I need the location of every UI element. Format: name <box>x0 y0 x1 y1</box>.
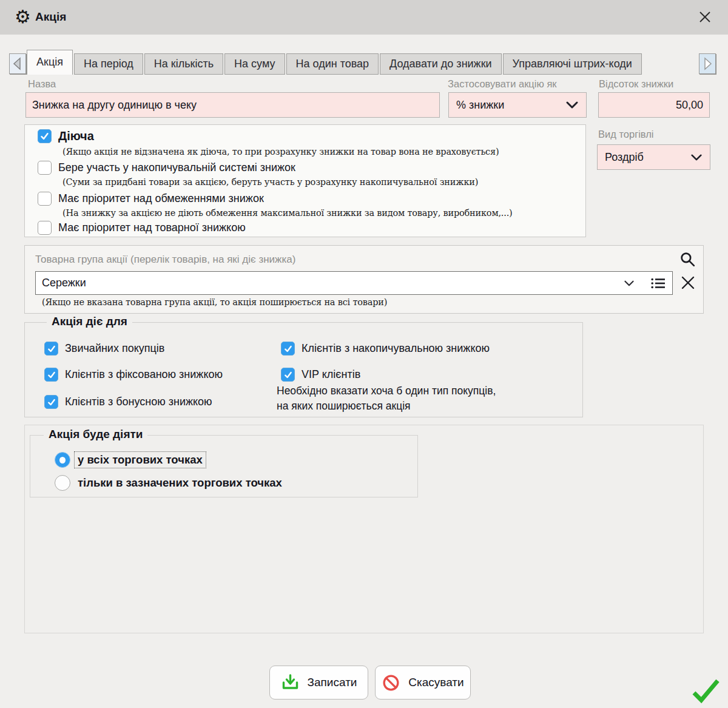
checkbox-priority-over-product-discount-label: Має пріоритет над товарної знижкою <box>58 221 246 234</box>
radio-all-outlets-label: у всіх торгових точках <box>75 452 206 468</box>
checkbox-vip-clients-label: VIP клієнтів <box>302 368 360 381</box>
checkbox-cumulative-system-note: (Суми за придбані товари за акцією, беру… <box>62 177 478 187</box>
percent-label: Відсоток знижки <box>599 78 673 90</box>
checkbox-cumulative-discount-clients-label: Клієнтів з накопичувальною знижкою <box>302 342 490 355</box>
checkbox-priority-over-product-discount-box <box>38 221 52 235</box>
save-button[interactable]: Записати <box>269 666 368 700</box>
tab-dodavaty-do-znyzhky[interactable]: Додавати до знижки <box>380 53 502 75</box>
checkbox-active-box <box>38 129 52 143</box>
checkbox-fixed-discount-clients-box <box>44 368 58 382</box>
checkbox-active-label: Діюча <box>58 129 94 143</box>
tab-akciya[interactable]: Акція <box>27 50 73 75</box>
scroll-right-icon <box>701 56 714 72</box>
name-input[interactable] <box>25 92 440 118</box>
chevron-down-icon <box>565 101 579 109</box>
applies-to-hint-line1: Необхідно вказати хоча б один тип покупц… <box>277 385 496 397</box>
checkbox-bonus-discount-clients[interactable]: Клієнтів з бонусною знижкою <box>44 395 212 409</box>
radio-selected-outlets-control <box>55 475 70 491</box>
close-icon[interactable] <box>698 10 712 24</box>
checkbox-priority-over-limits[interactable]: Має пріоритет над обмеженнями знижок <box>38 192 264 206</box>
cancel-button-label: Скасувати <box>408 676 463 689</box>
checkbox-vip-clients[interactable]: VIP клієнтів <box>281 368 360 382</box>
save-download-icon <box>281 673 300 692</box>
tab-na-sumu[interactable]: На суму <box>224 53 285 75</box>
percent-input[interactable] <box>598 92 710 118</box>
applies-to-hint-line2: на яких поширюється акція <box>277 400 411 413</box>
product-group-label: Товарна група акції (перелік товарів, на… <box>35 254 295 266</box>
product-group-panel: Товарна група акції (перелік товарів, на… <box>24 245 704 314</box>
scope-group: Акція буде діяти у всіх торгових точках … <box>30 435 418 497</box>
tab-bar: Акція На період На кількість На суму На … <box>27 52 643 75</box>
save-button-label: Записати <box>308 676 357 689</box>
flags-panel: Діюча (Якщо акція не відзначена як діюча… <box>24 124 586 237</box>
scope-legend: Акція буде діяти <box>44 428 147 441</box>
trade-type-label: Вид торгівлі <box>598 129 654 140</box>
cancel-prohibit-icon <box>382 673 400 692</box>
applies-to-group: Акція діє для Звичайних покупців Клієнті… <box>24 322 583 417</box>
chevron-down-icon[interactable] <box>624 280 635 287</box>
checkbox-bonus-discount-clients-box <box>44 395 58 409</box>
radio-selected-outlets-label: тільки в зазначених торгових точках <box>75 475 285 491</box>
checkbox-priority-over-limits-label: Має пріоритет над обмеженнями знижок <box>58 192 264 205</box>
checkbox-vip-clients-box <box>281 368 295 382</box>
search-icon[interactable] <box>679 251 696 268</box>
checkbox-priority-over-product-discount[interactable]: Має пріоритет над товарної знижкою <box>38 221 246 235</box>
apply-as-value: % знижки <box>456 99 565 112</box>
checkbox-cumulative-system-box <box>38 161 52 175</box>
product-group-value: Сережки <box>42 277 624 289</box>
chevron-down-icon <box>690 153 703 161</box>
trade-type-value: Роздріб <box>605 151 690 164</box>
apply-as-label: Застосовувати акцію як <box>448 78 557 90</box>
scope-panel: Акція буде діяти у всіх торгових точках … <box>24 425 704 633</box>
checkbox-active-note: (Якщо акція не відзначена як діюча, то п… <box>62 147 499 157</box>
product-group-combobox[interactable]: Сережки <box>35 271 673 295</box>
list-picker-icon[interactable] <box>650 277 666 290</box>
name-label: Назва <box>28 78 56 90</box>
checkbox-cumulative-system[interactable]: Бере участь у накопичувальній системі зн… <box>38 161 295 175</box>
title-bar: ⚙ Акція <box>0 0 728 35</box>
tab-na-odyn-tovar[interactable]: На один товар <box>286 53 379 75</box>
checkbox-regular-buyers-label: Звичайних покупців <box>65 342 164 355</box>
tab-na-period[interactable]: На період <box>74 53 143 75</box>
promotion-dialog: ⚙ Акція Акція На період На кількість На … <box>0 0 728 708</box>
checkbox-active[interactable]: Діюча <box>38 129 94 143</box>
apply-as-select[interactable]: % знижки <box>448 92 587 118</box>
applies-to-legend: Акція діє для <box>47 315 132 328</box>
checkbox-cumulative-system-label: Бере участь у накопичувальній системі зн… <box>58 161 295 174</box>
checkbox-priority-over-limits-box <box>38 192 52 206</box>
tab-na-kilkist[interactable]: На кількість <box>144 53 223 75</box>
window-title: Акція <box>35 10 66 24</box>
scroll-left-icon <box>11 56 24 72</box>
checkbox-priority-over-limits-note: (На знижку за акцією не діють обмеження … <box>62 208 513 218</box>
gear-icon: ⚙ <box>15 7 31 27</box>
tabs-scroll-right-button[interactable] <box>699 53 716 74</box>
valid-check-icon <box>690 676 721 705</box>
checkbox-fixed-discount-clients-label: Клієнтів з фіксованою знижкою <box>65 368 223 381</box>
radio-all-outlets[interactable]: у всіх торгових точках <box>55 452 206 468</box>
checkbox-fixed-discount-clients[interactable]: Клієнтів з фіксованою знижкою <box>44 368 223 382</box>
checkbox-cumulative-discount-clients-box <box>281 342 295 356</box>
checkbox-bonus-discount-clients-label: Клієнтів з бонусною знижкою <box>65 396 212 408</box>
tab-upravlyayuchi-shtryh-kody[interactable]: Управляючі штрих-коди <box>503 53 642 75</box>
product-group-note: (Якщо не вказана товарна група акції, то… <box>42 297 387 307</box>
cancel-button[interactable]: Скасувати <box>375 666 471 700</box>
checkbox-cumulative-discount-clients[interactable]: Клієнтів з накопичувальною знижкою <box>281 342 490 356</box>
clear-x-icon[interactable] <box>679 274 696 291</box>
tabs-scroll-left-button[interactable] <box>9 53 26 74</box>
checkbox-regular-buyers-box <box>44 342 58 356</box>
trade-type-select[interactable]: Роздріб <box>597 144 710 170</box>
radio-selected-outlets[interactable]: тільки в зазначених торгових точках <box>55 475 285 491</box>
checkbox-regular-buyers[interactable]: Звичайних покупців <box>44 342 164 356</box>
radio-all-outlets-control <box>55 452 70 468</box>
